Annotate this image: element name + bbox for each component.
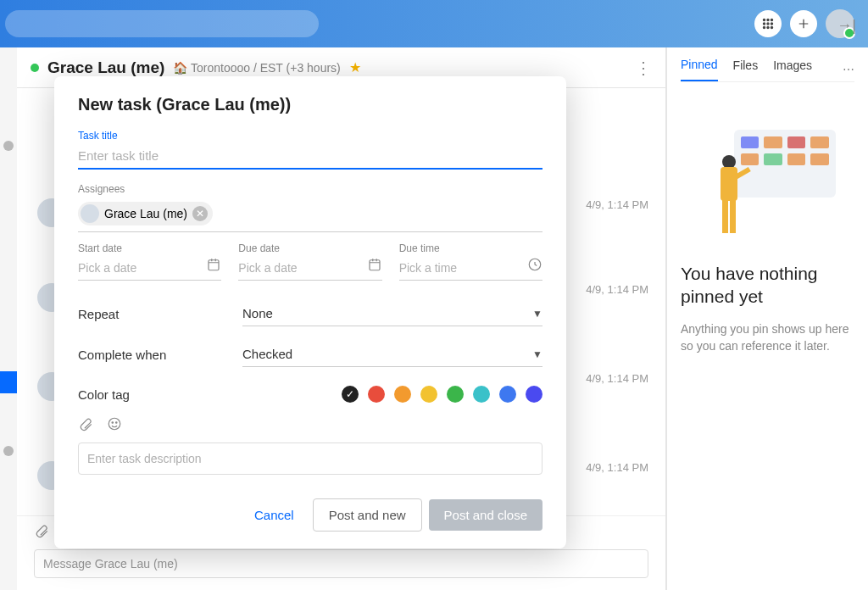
color-swatch[interactable]: [526, 386, 542, 403]
assignees-field[interactable]: Grace Lau (me) ✕: [78, 197, 542, 232]
post-and-new-button[interactable]: Post and new: [313, 498, 422, 532]
svg-point-21: [116, 422, 118, 424]
assignees-label: Assignees: [78, 183, 542, 195]
repeat-value: None: [242, 306, 273, 320]
repeat-label: Repeat: [78, 307, 242, 321]
complete-select[interactable]: Checked ▼: [242, 342, 542, 367]
color-swatch[interactable]: [420, 386, 437, 403]
calendar-icon[interactable]: [367, 257, 382, 276]
color-swatch[interactable]: [499, 386, 516, 403]
color-swatch[interactable]: [394, 386, 411, 403]
chevron-down-icon: ▼: [532, 308, 542, 320]
repeat-select[interactable]: None ▼: [242, 301, 542, 326]
color-swatch[interactable]: ✓: [342, 386, 359, 403]
complete-label: Complete when: [78, 348, 242, 362]
svg-rect-17: [370, 260, 380, 270]
svg-point-19: [108, 418, 120, 430]
due-time-input[interactable]: [399, 256, 542, 281]
new-task-modal: New task (Grace Lau (me)) Task title Ass…: [54, 76, 566, 548]
color-swatch[interactable]: [473, 386, 490, 403]
start-date-label: Start date: [78, 242, 221, 254]
color-swatch[interactable]: [368, 386, 385, 403]
color-swatch[interactable]: [447, 386, 464, 403]
complete-value: Checked: [242, 347, 292, 361]
svg-rect-16: [209, 260, 219, 270]
color-swatches: ✓: [342, 386, 542, 403]
modal-title: New task (Grace Lau (me)): [78, 95, 542, 114]
start-date-input[interactable]: [78, 256, 221, 281]
clock-icon[interactable]: [527, 257, 542, 276]
task-title-input[interactable]: [78, 143, 542, 170]
avatar: [81, 204, 99, 223]
attach-icon[interactable]: [78, 416, 93, 436]
svg-point-20: [112, 422, 114, 424]
chevron-down-icon: ▼: [532, 348, 542, 360]
remove-chip-icon[interactable]: ✕: [192, 206, 208, 221]
calendar-icon[interactable]: [206, 257, 221, 276]
task-title-label: Task title: [78, 130, 542, 142]
emoji-icon[interactable]: [107, 416, 122, 436]
color-label: Color tag: [78, 387, 242, 402]
description-input[interactable]: [78, 442, 542, 475]
assignee-chip-label: Grace Lau (me): [104, 207, 187, 220]
due-date-label: Due date: [238, 242, 381, 254]
assignee-chip: Grace Lau (me) ✕: [78, 202, 213, 225]
due-time-label: Due time: [399, 242, 542, 254]
cancel-button[interactable]: Cancel: [242, 499, 306, 531]
post-and-close-button[interactable]: Post and close: [429, 499, 542, 531]
due-date-input[interactable]: [238, 256, 381, 281]
